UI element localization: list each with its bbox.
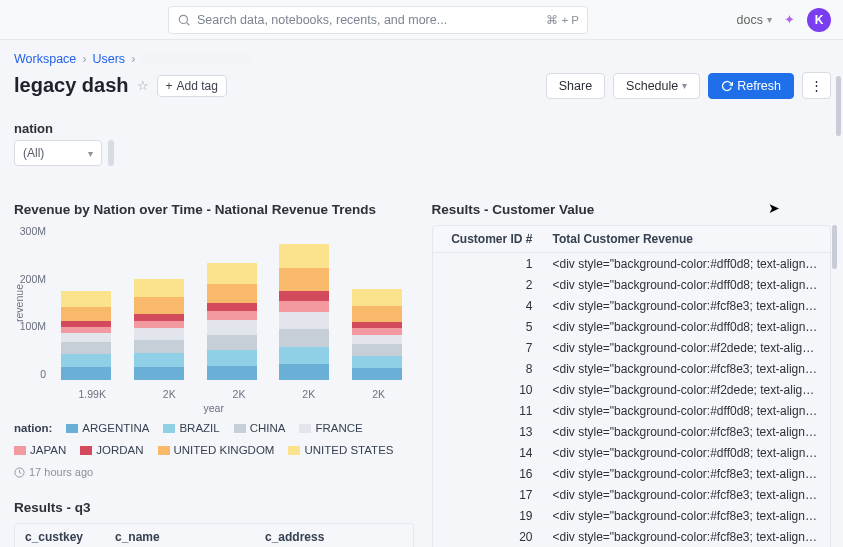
chart-segment [279,364,329,380]
table-row[interactable]: 16<div style="background-color:#fcf8e3; … [433,463,831,484]
search-placeholder: Search data, notebooks, recents, and mor… [197,13,546,27]
table-row[interactable]: 8<div style="background-color:#fcf8e3; t… [433,358,831,379]
legend-item[interactable]: UNITED STATES [288,444,393,456]
filter-label: nation [14,121,831,136]
refresh-icon [721,80,733,92]
svg-point-0 [179,15,187,23]
y-axis-label: revenue [13,284,25,322]
customer-value-table: Customer ID # Total Customer Revenue 1<d… [432,225,832,547]
chart-segment [207,311,257,320]
more-menu-button[interactable]: ⋮ [802,72,831,99]
chart-segment [134,340,184,353]
chevron-down-icon: ▾ [88,148,93,159]
chart-segment [61,354,111,367]
chart-segment [207,320,257,334]
avatar[interactable]: K [807,8,831,32]
assistant-icon[interactable]: ✦ [784,12,795,27]
svg-line-1 [187,23,190,26]
chart-segment [61,291,111,307]
table-row[interactable]: 11<div style="background-color:#dff0d8; … [433,400,831,421]
chart-legend: nation:ARGENTINABRAZILCHINAFRANCEJAPANJO… [14,422,414,456]
breadcrumb-redacted [141,53,251,65]
chart-segment [279,244,329,269]
chart-segment [352,306,402,322]
docs-menu[interactable]: docs▾ [737,13,772,27]
filter-nation-select[interactable]: (All) ▾ [14,140,102,166]
last-refresh-timestamp: 17 hours ago [14,466,414,478]
chart-segment [207,366,257,380]
table-row[interactable]: 2<div style="background-color:#dff0d8; t… [433,274,831,295]
chart-segment [61,342,111,354]
chart-segment [279,268,329,291]
breadcrumb-workspace[interactable]: Workspace [14,52,76,66]
search-icon [177,13,191,27]
chart-segment [279,301,329,311]
table-row[interactable]: 17<div style="background-color:#fcf8e3; … [433,484,831,505]
table-row[interactable]: 13<div style="background-color:#fcf8e3; … [433,421,831,442]
legend-item[interactable]: ARGENTINA [66,422,149,434]
chart-segment [61,333,111,342]
page-scrollbar[interactable] [836,76,841,136]
filter-drag-handle[interactable] [108,140,114,166]
chart-bar[interactable] [352,289,402,380]
legend-item[interactable]: JORDAN [80,444,143,456]
q3-col-custkey[interactable]: c_custkey [15,524,105,547]
chart-segment [207,350,257,366]
q3-table: c_custkey c_name c_address 412445Custome… [14,523,414,547]
chart-segment [134,328,184,339]
legend-item[interactable]: FRANCE [299,422,362,434]
chart-segment [279,347,329,364]
chart-segment [134,353,184,366]
table-scrollbar[interactable] [832,225,837,269]
chart-segment [207,335,257,351]
table-row[interactable]: 5<div style="background-color:#dff0d8; t… [433,316,831,337]
chart-segment [61,307,111,321]
breadcrumb: Workspace › Users › [14,52,831,66]
legend-item[interactable]: CHINA [234,422,286,434]
table-row[interactable]: 4<div style="background-color:#fcf8e3; t… [433,295,831,316]
chart-segment [134,297,184,314]
q3-col-address[interactable]: c_address [255,524,413,547]
table-row[interactable]: 7<div style="background-color:#f2dede; t… [433,337,831,358]
chart-segment [207,263,257,285]
legend-item[interactable]: JAPAN [14,444,66,456]
breadcrumb-users[interactable]: Users [92,52,125,66]
chart-segment [352,344,402,355]
share-button[interactable]: Share [546,73,605,99]
q3-col-name[interactable]: c_name [105,524,255,547]
cv-col-revenue[interactable]: Total Customer Revenue [543,226,831,252]
legend-item[interactable]: BRAZIL [163,422,219,434]
chart-segment [207,303,257,311]
legend-item[interactable]: UNITED KINGDOM [158,444,275,456]
table-row[interactable]: 20<div style="background-color:#fcf8e3; … [433,526,831,547]
cv-col-id[interactable]: Customer ID # [433,226,543,252]
schedule-button[interactable]: Schedule▾ [613,73,700,99]
q3-title: Results - q3 [14,500,414,515]
search-shortcut: ⌘ + P [546,13,579,27]
chart-bar[interactable] [279,244,329,380]
chart-segment [352,368,402,380]
chart-segment [279,312,329,330]
table-row[interactable]: 19<div style="background-color:#fcf8e3; … [433,505,831,526]
star-icon[interactable]: ☆ [137,78,149,93]
table-row[interactable]: 14<div style="background-color:#dff0d8; … [433,442,831,463]
clock-icon [14,467,25,478]
chart-segment [352,356,402,368]
chart-bar[interactable] [61,291,111,380]
chart-bar[interactable] [207,263,257,380]
table-row[interactable]: 10<div style="background-color:#f2dede; … [433,379,831,400]
page-title: legacy dash [14,74,129,97]
x-axis-label: year [14,402,414,414]
chart-segment [352,335,402,345]
mouse-cursor: ➤ [768,200,780,216]
chart-segment [352,289,402,306]
search-input[interactable]: Search data, notebooks, recents, and mor… [168,6,588,34]
chart-bar[interactable] [134,279,184,380]
top-bar: Search data, notebooks, recents, and mor… [0,0,843,40]
chart-segment [352,328,402,335]
add-tag-button[interactable]: + Add tag [157,75,227,97]
chart-segment [61,367,111,380]
refresh-button[interactable]: Refresh [708,73,794,99]
table-row[interactable]: 1<div style="background-color:#dff0d8; t… [433,253,831,274]
chart-segment [134,367,184,380]
